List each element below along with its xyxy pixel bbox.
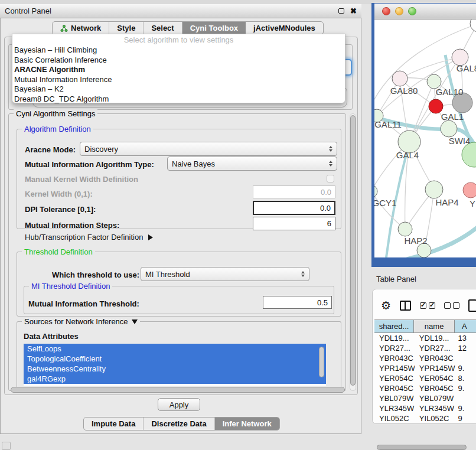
mi-algorithm-type-select[interactable]: Naive Bayes [167, 156, 337, 171]
attribute-list-item[interactable]: SelfLoops [24, 344, 326, 354]
deselect-all-icon[interactable] [444, 302, 459, 309]
tab-network[interactable]: Network [53, 22, 109, 34]
table-cell: YER054C [374, 373, 415, 383]
network-node[interactable] [374, 185, 377, 198]
panel-corner-button[interactable] [2, 442, 11, 450]
algorithm-option[interactable]: Bayesian – Hill Climbing [12, 45, 345, 56]
select-all-icon[interactable] [420, 302, 435, 309]
tab-label: Select [151, 24, 174, 32]
tab-cyni-toolbox[interactable]: Cyni Toolbox [182, 22, 246, 34]
dpi-tolerance-input[interactable]: 0.0 [253, 201, 335, 215]
apply-button[interactable]: Apply [158, 398, 200, 411]
network-node[interactable] [398, 222, 412, 236]
mac-close-button[interactable] [382, 7, 390, 15]
table-cell [455, 393, 476, 403]
spinner-arrows-icon [298, 271, 305, 277]
network-node-label: Y [470, 198, 475, 208]
mi-threshold-definition-legend: MI Threshold Definition [29, 282, 112, 291]
network-node[interactable] [441, 120, 457, 137]
table-cell: 9. [455, 403, 476, 413]
table-row[interactable]: YER054CYER054C8. [374, 373, 476, 383]
mi-steps-input[interactable]: 6 [253, 217, 335, 230]
tab-label: Cyni Toolbox [190, 24, 238, 32]
table-cell: YDR27... [374, 343, 415, 353]
network-node[interactable] [470, 19, 476, 32]
which-threshold-select[interactable]: MI Threshold [141, 267, 309, 281]
table-cell: YPR145W [374, 363, 415, 373]
table-row[interactable]: YBL079WYBL079W [374, 393, 476, 403]
table-row[interactable]: YIL052CYIL052C9 [374, 413, 476, 423]
table-cell: 9 [455, 413, 476, 423]
column-header[interactable]: A [455, 320, 476, 332]
attribute-list-item[interactable]: TopologicalCoefficient [24, 354, 326, 364]
hub-definition-expander[interactable]: Hub/Transcription Factor Definition [25, 233, 153, 242]
table-body: YDL19...YDL19...13YDR27...YDR27...12YBR0… [374, 333, 476, 423]
network-window-titlebar[interactable] [374, 4, 476, 19]
mi-threshold-input[interactable]: 0.5 [263, 296, 332, 309]
mac-zoom-button[interactable] [408, 7, 416, 15]
list-scrollbar-thumb[interactable] [319, 347, 324, 377]
network-node[interactable] [392, 71, 407, 86]
column-header[interactable]: shared... [374, 320, 414, 332]
function-builder-icon[interactable] [468, 299, 476, 312]
table-cell: YBR043C [374, 353, 415, 363]
tab-impute-data[interactable]: Impute Data [84, 418, 144, 430]
mi-threshold-label: Mutual Information Threshold: [28, 299, 139, 308]
table-row[interactable]: YDR27...YDR27...12 [374, 343, 476, 353]
table-row[interactable]: YLR345WYLR345W9. [374, 403, 476, 413]
algorithm-option[interactable]: Mutual Information Inference [12, 75, 345, 85]
data-attributes-list[interactable]: SelfLoopsTopologicalCoefficientBetweenne… [24, 344, 326, 386]
table-cell: YDL19... [415, 333, 456, 343]
table-cell: 13 [455, 333, 476, 343]
table-row[interactable]: YBR045CYBR045C9. [374, 383, 476, 393]
aracne-mode-select[interactable]: Discovery [80, 142, 337, 156]
kernel-width-input[interactable]: 0.0 [253, 185, 335, 198]
tab-jactivemnodules[interactable]: jActiveMNodules [246, 22, 323, 34]
network-canvas[interactable]: GAL8GAL80GAL10GAL1GAL11SWI4GAL4GCY1HAP4Y… [374, 19, 476, 257]
settings-horizontal-scrollbar[interactable] [9, 387, 347, 393]
network-node-label: HAP2 [404, 236, 427, 246]
attribute-list-item[interactable]: gal4RGexp [24, 374, 326, 384]
table-row[interactable]: YPR145WYPR145W9. [374, 363, 476, 373]
algorithm-option[interactable]: Dream8 DC_TDC Algorithm [12, 94, 345, 105]
tab-style[interactable]: Style [109, 22, 144, 34]
mac-minimize-button[interactable] [395, 7, 403, 15]
which-threshold-value: MI Threshold [145, 270, 190, 279]
cyni-bottom-tabbar: Impute DataDiscretize DataInfer Network [83, 417, 280, 431]
algorithm-option[interactable]: Basic Correlation Inference [12, 56, 345, 66]
close-icon[interactable]: ✖ [350, 7, 357, 15]
split-columns-icon[interactable] [400, 301, 411, 311]
spinner-arrows-icon [325, 146, 332, 152]
tab-discretize-data[interactable]: Discretize Data [144, 418, 214, 430]
float-window-icon[interactable] [338, 8, 344, 14]
collapse-down-icon [132, 319, 138, 324]
attribute-list-item[interactable]: BetweennessCentrality [24, 364, 326, 374]
table-horizontal-scrollbar[interactable] [376, 445, 476, 450]
algorithm-option[interactable]: Bayesian – K2 [12, 84, 345, 94]
gear-icon[interactable]: ⚙ [381, 300, 391, 311]
table-cell: 9. [455, 363, 476, 373]
threshold-definition-legend: Threshold Definition [22, 247, 95, 256]
mi-threshold-value: 0.5 [317, 298, 328, 307]
network-node[interactable] [425, 181, 443, 198]
kernel-width-label: Kernel Width (0,1): [25, 190, 93, 198]
table-cell: YBL079W [415, 393, 456, 403]
dpi-tolerance-label: DPI Tolerance [0,1]: [25, 205, 96, 214]
network-node[interactable] [462, 142, 476, 167]
mi-algorithm-type-value: Naive Bayes [172, 159, 215, 168]
table-cell: 9. [455, 383, 476, 393]
column-header[interactable]: name [414, 320, 455, 332]
table-row[interactable]: YBR043CYBR043C [374, 353, 476, 363]
network-node-label: GAL11 [374, 119, 402, 129]
tab-infer-network[interactable]: Infer Network [215, 418, 279, 430]
settings-vertical-scrollbar[interactable] [350, 113, 356, 391]
table-row[interactable]: YDL19...YDL19...13 [374, 333, 476, 343]
tab-select[interactable]: Select [144, 22, 182, 34]
network-node[interactable] [463, 182, 476, 198]
manual-kernel-width-checkbox[interactable] [327, 175, 334, 182]
mi-steps-label: Mutual Information Steps: [25, 221, 119, 230]
sources-legend[interactable]: Sources for Network Inference [22, 317, 140, 326]
dpi-tolerance-value: 0.0 [320, 204, 331, 213]
algorithm-option[interactable]: ARACNE Algorithm [12, 65, 345, 75]
tab-label: Network [71, 24, 101, 32]
